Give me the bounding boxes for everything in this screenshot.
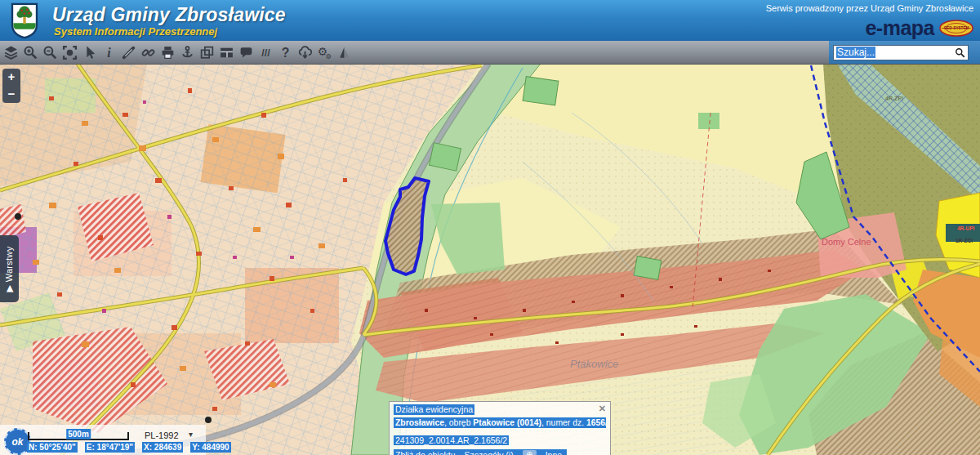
layers-panel-tab[interactable]: ▶ Warstwy [0,235,19,302]
popup-title: Działka ewidencyjna [394,404,474,415]
zoom-in-icon[interactable] [22,42,39,62]
close-icon[interactable]: ✕ [599,404,606,413]
coordinate-chip: X: 284639 [142,442,183,453]
layers-icon[interactable] [2,42,20,62]
main-toolbar: i///?⚙⚙ Szukaj... [0,41,980,65]
search-input[interactable]: Szukaj... [833,45,969,60]
coordinate-readout: N: 50°25'40"E: 18°47'19"X: 284639Y: 4849… [27,442,231,453]
info-icon[interactable]: i [100,42,118,62]
action-zoom-to-object[interactable]: Zbliż do obiektu [395,449,456,455]
zoom-out-icon[interactable] [42,42,59,62]
chevron-down-icon[interactable]: ▾ [189,430,193,439]
svg-text:///: /// [261,47,270,59]
print-icon[interactable] [159,42,176,62]
search-icon[interactable] [955,47,965,58]
zoom-in-button[interactable]: + [2,69,20,83]
zoom-control: + − [2,69,20,103]
svg-text:⚙: ⚙ [325,51,332,60]
expand-arrow-icon: ▶ [4,284,14,292]
parcel-description: Zbrosławice, obręb Ptakowice (0014), num… [394,417,606,428]
popup-actions: Zbliż do obiektuSzczegóły (i)⊕Inne [394,449,567,455]
crest-logo [8,2,41,39]
svg-text:GEO-SYSTEM: GEO-SYSTEM [944,26,969,30]
geo-system-logo-icon: GEO-SYSTEM [939,20,973,37]
comment-icon[interactable] [238,42,255,62]
map-canvas[interactable] [0,64,980,455]
coordinate-chip: E: 18°47'19" [85,442,135,453]
download-icon[interactable] [296,42,314,62]
svg-text:?: ? [282,45,290,59]
layout-panels-icon[interactable] [218,42,235,62]
action-details[interactable]: Szczegóły (i) [465,449,514,455]
svg-text:i: i [107,45,111,59]
draw-hatch-icon[interactable]: /// [257,42,274,62]
navigate-icon[interactable] [336,42,353,62]
insert-point-icon[interactable] [179,42,196,62]
scale-bar: 500m [28,432,129,440]
crs-selector[interactable]: PL-1992 [145,430,179,440]
layers-tab-label: Warstwy [4,246,14,282]
coordinate-chip: Y: 484990 [190,442,230,453]
parcel-id: 241309_2.0014.AR_2.1656/2 [394,435,509,445]
parcel-popup: Działka ewidencyjna ✕ Zbrosławice, obręb… [389,401,611,455]
coordinate-chip: N: 50°25'40" [27,442,78,453]
link-icon[interactable] [140,42,157,62]
full-extent-icon[interactable] [61,42,78,62]
measure-icon[interactable] [120,42,137,62]
copy-view-icon[interactable] [198,42,216,62]
scale-label: 500m [66,429,91,439]
search-zone: Szukaj... [829,41,980,64]
service-note: Serwis prowadzony przez Urząd Gminy Zbro… [766,3,973,13]
zoom-out-button[interactable]: − [2,87,20,100]
settings-icon[interactable]: ⚙⚙ [316,42,333,62]
header-bar: Urząd Gminy Zbrosławice System Informacj… [0,0,980,41]
select-cursor-icon[interactable] [81,42,98,62]
search-value[interactable]: Szukaj... [836,47,875,58]
action-other[interactable]: Inne [546,449,562,455]
page-subtitle: System Informacji Przestrzennej [54,25,217,38]
page-title: Urząd Gminy Zbrosławice [52,4,286,26]
help-icon[interactable]: ? [277,42,294,62]
emapa-logo: e-mapa [865,16,934,40]
circle-plus-icon[interactable]: ⊕ [523,450,537,455]
